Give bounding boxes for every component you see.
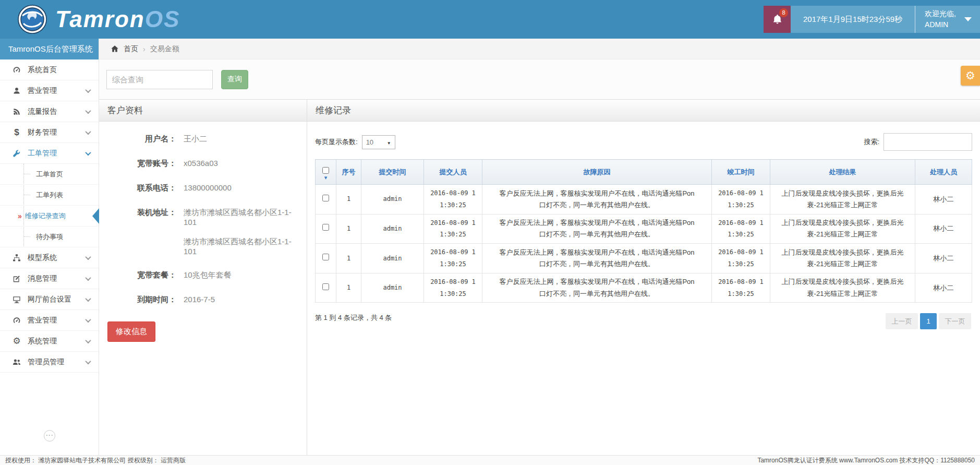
sitemap-icon	[10, 254, 23, 262]
chevron-down-icon	[85, 337, 91, 343]
table-row: 1 admin 2016-08-09 11:30:25 客户反应无法上网，客服核…	[316, 214, 972, 244]
sidebar-item-admin-mgmt[interactable]: 管理员管理	[0, 352, 99, 373]
field-username: 用户名： 王小二	[107, 134, 298, 144]
notification-badge: 8	[779, 8, 788, 17]
dollar-icon	[10, 127, 23, 138]
sidebar-system-title: TamronOS后台管理系统	[0, 39, 99, 59]
column-header-index[interactable]: 序号	[336, 160, 361, 185]
column-header-finish-time[interactable]: 竣工时间	[712, 160, 770, 185]
sidebar-item-finance-mgmt[interactable]: 财务管理	[0, 122, 99, 143]
cell-index: 1	[336, 273, 361, 303]
sidebar-subitem-work-order-home[interactable]: 工单首页	[0, 164, 99, 185]
chevron-down-icon	[85, 108, 91, 113]
rss-icon	[10, 108, 23, 116]
sidebar-subitem-todo[interactable]: 待办事项	[0, 226, 99, 247]
tree-tick	[24, 236, 30, 237]
page-footer: 授权使用： 潍坊家园驿站电子技术有限公司 授权级别： 运营商版 TamronOS…	[0, 455, 980, 465]
column-header-fault-reason[interactable]: 故障原因	[482, 160, 712, 185]
footer-vendor-text: TamronOS腾龙认证计费系统 www.TamronOS.com 技术支持QQ…	[757, 456, 975, 465]
sidebar-item-portal-settings[interactable]: 网厅前台设置	[0, 289, 99, 310]
field-expiry-date: 到期时间： 2016-7-5	[107, 295, 298, 305]
sidebar-item-model-system[interactable]: 模型系统	[0, 247, 99, 268]
sidebar-item-business-mgmt[interactable]: 营业管理	[0, 80, 99, 101]
breadcrumb: 首页 › 交易金额	[99, 39, 980, 59]
settings-gear-button[interactable]	[961, 66, 980, 86]
cell-fault-reason: 客户反应无法上网，客服核实发现用户不在线，电话沟通光猫Pon口灯不亮，同一单元有…	[482, 273, 712, 303]
sidebar-item-system-mgmt[interactable]: 系统管理	[0, 331, 99, 352]
cell-submit-time: admin	[361, 214, 424, 244]
field-phone: 联系电话： 13800000000	[107, 183, 298, 193]
username: ADMIN	[925, 19, 956, 30]
table-header-row: 序号 提交时间 提交人员 故障原因 竣工时间 处理结果 处理人员	[316, 160, 972, 185]
column-header-submitter[interactable]: 提交人员	[424, 160, 482, 185]
repair-records-panel: 维修记录 每页显示条数: 10 搜索:	[307, 100, 980, 455]
row-checkbox[interactable]	[322, 254, 329, 260]
footer-license-text: 授权使用： 潍坊家园驿站电子技术有限公司 授权级别： 运营商版	[5, 456, 186, 465]
cell-submitter: 2016-08-09 11:30:25	[424, 244, 482, 273]
sidebar-item-traffic-report[interactable]: 流量报告	[0, 101, 99, 122]
cell-result: 上门后发现是皮线冷接头损坏，更换后光衰-21光猫正常上网正常	[770, 214, 915, 244]
notifications-button[interactable]: 8	[764, 6, 791, 33]
wordmark: TamronOS	[55, 6, 180, 32]
table-search-label: 搜索:	[864, 137, 879, 147]
page-size-label: 每页显示条数:	[315, 137, 358, 147]
main-content: 首页 › 交易金额 查询 客户资料 用户名： 王小二 宽带账号： x0	[99, 39, 980, 455]
column-header-handler[interactable]: 处理人员	[915, 160, 972, 185]
row-checkbox[interactable]	[322, 195, 329, 201]
sidebar-subitem-work-order-list[interactable]: 工单列表	[0, 185, 99, 206]
chevron-down-icon	[85, 128, 91, 134]
chevron-down-icon	[85, 316, 91, 322]
sidebar-item-message-mgmt[interactable]: 消息管理	[0, 268, 99, 289]
column-header-submit-time[interactable]: 提交时间	[361, 160, 424, 185]
cell-handler: 林小二	[915, 244, 972, 273]
home-icon	[111, 45, 119, 53]
quick-search-input[interactable]	[106, 70, 213, 89]
cell-index: 1	[336, 185, 361, 214]
sidebar-menu: 系统首页 营业管理 流量报告 财务管理 工单管理	[0, 59, 99, 373]
select-all-header[interactable]	[316, 160, 336, 185]
sort-caret-icon	[318, 175, 334, 180]
cell-submit-time: admin	[361, 244, 424, 273]
page-number-button[interactable]: 1	[920, 313, 937, 329]
page-size-select[interactable]: 10	[362, 135, 395, 149]
sidebar-item-business-mgmt-2[interactable]: 营业管理	[0, 310, 99, 331]
cell-fault-reason: 客户反应无法上网，客服核实发现用户不在线，电话沟通光猫Pon口灯不亮，同一单元有…	[482, 244, 712, 273]
chevron-down-icon	[85, 149, 91, 155]
brand-logo: TamronOS	[0, 5, 180, 34]
field-install-address: 装机地址： 潍坊市潍城区西城名都小区1-1-101	[107, 208, 298, 226]
tree-tick	[24, 195, 30, 195]
chevron-down-icon	[85, 254, 91, 259]
sidebar-collapse-handle[interactable]	[44, 430, 55, 442]
breadcrumb-separator: ›	[143, 45, 146, 53]
cell-submit-time: admin	[361, 185, 424, 214]
datetime-display: 2017年1月9日15时23分59秒	[791, 6, 915, 33]
cell-submit-time: admin	[361, 273, 424, 303]
cell-handler: 林小二	[915, 185, 972, 214]
cell-result: 上门后发现是皮线冷接头损坏，更换后光衰-21光猫正常上网正常	[770, 273, 915, 303]
edit-info-button[interactable]: 修改信息	[107, 321, 155, 342]
sidebar-item-system-home[interactable]: 系统首页	[0, 59, 99, 80]
next-page-button[interactable]: 下一页	[939, 313, 971, 329]
sidebar-subitem-repair-records-query[interactable]: » 维修记录查询	[0, 206, 99, 226]
records-table-body: 1 admin 2016-08-09 11:30:25 客户反应无法上网，客服核…	[316, 185, 972, 303]
table-row: 1 admin 2016-08-09 11:30:25 客户反应无法上网，客服核…	[316, 244, 972, 273]
sidebar-item-work-order-mgmt[interactable]: 工单管理	[0, 143, 99, 164]
users-icon	[10, 358, 23, 366]
select-all-checkbox[interactable]	[322, 167, 329, 174]
prev-page-button[interactable]: 上一页	[886, 313, 918, 329]
cell-submitter: 2016-08-09 11:30:25	[424, 273, 482, 303]
chevron-down-icon	[85, 87, 91, 92]
row-checkbox[interactable]	[322, 283, 329, 290]
table-search-input[interactable]	[884, 133, 972, 151]
gears-icon	[10, 336, 23, 347]
column-header-result[interactable]: 处理结果	[770, 160, 915, 185]
active-item-pointer	[92, 208, 99, 224]
query-button[interactable]: 查询	[221, 70, 248, 89]
user-menu[interactable]: 欢迎光临, ADMIN	[915, 6, 980, 33]
field-install-address-line2: 潍坊市潍城区西城名都小区1-1-101	[184, 237, 298, 256]
pagination: 上一页 1 下一页	[886, 313, 971, 329]
breadcrumb-home-link[interactable]: 首页	[124, 44, 138, 54]
tree-tick	[24, 174, 30, 174]
row-checkbox[interactable]	[322, 224, 329, 231]
cell-index: 1	[336, 244, 361, 273]
